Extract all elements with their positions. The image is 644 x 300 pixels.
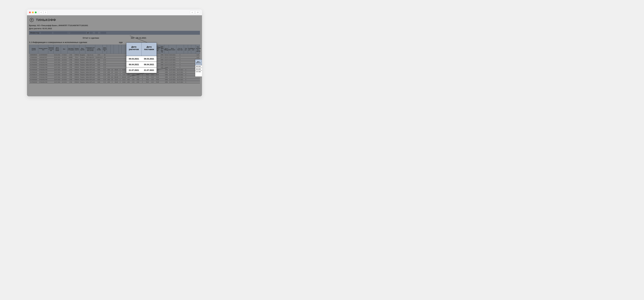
brand-name: ТИНЬКОФФ <box>36 18 56 22</box>
th: Торговая площадка <box>68 45 74 54</box>
table-header-row: Номер сделкиНомер поруче нияПризнак испо… <box>29 45 200 54</box>
zoom-header-2: Дата поставки <box>142 43 157 56</box>
th <box>107 45 110 54</box>
th: Тип дог. <box>184 45 188 54</box>
th: Номер поруче ния <box>38 45 48 54</box>
report-title: Отчет о сделках 021 - 29.12.2021 <box>29 37 200 39</box>
svg-rect-0 <box>197 12 198 13</box>
redacted <box>41 32 52 34</box>
table-row: 37955818662345430733706.04.202114:18:16М… <box>29 56 200 59</box>
th: Тип расчета по сделке <box>196 45 200 54</box>
table-row: 517354021027461961178019.07.202112:02:39… <box>29 59 200 61</box>
table-row: 517354015027461961178019.07.202112:02:39… <box>29 81 200 84</box>
svg-line-7 <box>33 21 33 22</box>
svg-line-9 <box>33 18 33 19</box>
document: ТИНЬКОФФ Брокер: АО «Тинькофф Банк», ИНН… <box>27 15 202 96</box>
table-row: 517354020027461961178019.07.202112:02:39… <box>29 79 200 81</box>
nav-buttons <box>39 11 48 14</box>
th: Конт раге нт / Бро кер <box>160 45 164 54</box>
back-button[interactable] <box>39 11 43 14</box>
redacted <box>90 32 93 34</box>
tabs-icon[interactable] <box>196 11 200 14</box>
zoom-source-highlight: Дата расчетов Дата поставки 09.03.202109… <box>195 59 202 77</box>
calc-date-line: Дата расчета: 02.01.2022 <box>29 28 200 30</box>
table-row: 517354024027461961178019.07.202112:02:39… <box>29 76 200 79</box>
svg-line-8 <box>30 21 30 22</box>
th: Номер сделки <box>29 45 38 54</box>
broker-line: Брокер: АО «Тинькофф Банк», ИНН/КПП 7710… <box>29 24 200 27</box>
browser-window: ТИНЬКОФФ Брокер: АО «Тинькофф Банк», ИНН… <box>27 10 202 96</box>
table-row: 517354025027461961178019.07.202112:02:39… <box>29 64 200 66</box>
redacted <box>53 32 68 34</box>
th: Режим торгов <box>74 45 79 54</box>
th: Вре <box>61 45 68 54</box>
table-row: 517354016027461961178019.07.202112:02:39… <box>29 69 200 71</box>
table-row: 359868806021450895686005.03.202117:33:54… <box>29 54 200 56</box>
investor-label: Инвестор: <box>30 32 40 34</box>
table-row: 517354019027461961178019.07.202112:02:39… <box>29 71 200 74</box>
table-row: 517354023027461961178019.07.202112:02:39… <box>29 61 200 64</box>
table-row: 517354022027461961178019.07.202112:02:39… <box>29 66 200 69</box>
redacted <box>70 32 86 34</box>
th: Дата дог. <box>191 45 196 54</box>
tinkoff-logo-icon <box>29 17 34 23</box>
brand: ТИНЬКОФФ <box>29 17 200 23</box>
th <box>119 45 121 54</box>
investor-bar: Инвестор: / от . . <box>29 31 200 35</box>
redacted <box>95 32 98 34</box>
table-body: 359868806021450895686005.03.202117:33:54… <box>29 54 200 84</box>
forward-button[interactable] <box>44 11 48 14</box>
traffic-lights <box>29 12 36 13</box>
titlebar <box>27 10 202 15</box>
redacted <box>100 32 106 34</box>
th <box>121 45 126 54</box>
th <box>114 45 119 54</box>
th: Код актива <box>95 45 102 54</box>
th: Номер дог. <box>188 45 191 54</box>
share-icon[interactable] <box>190 11 194 14</box>
th: Сокращен ное наименова ние актива <box>85 45 95 54</box>
trades-table: Номер сделкиНомер поруче нияПризнак испо… <box>29 45 200 84</box>
th: Дата заклю чения <box>54 45 61 54</box>
th: Дата поставки <box>168 45 176 54</box>
minimize-icon[interactable] <box>32 12 34 13</box>
th: Стат ус брок ера <box>176 45 184 54</box>
zoom-icon[interactable] <box>35 12 36 13</box>
zoom-header-1: Дата расчетов <box>126 43 142 56</box>
th <box>110 45 114 54</box>
svg-line-6 <box>30 18 30 19</box>
section-title: 1.1 Информация о совершенных и исполненн… <box>29 41 200 44</box>
th: Вид сделки <box>80 45 85 54</box>
th: Признак исполне ния <box>48 45 54 54</box>
close-icon[interactable] <box>29 12 31 13</box>
th: Цена едини цы <box>102 45 107 54</box>
th: Дата расчетов <box>164 45 168 54</box>
zoom-callout: Дата расчетов Дата поставки 09.03.202109… <box>126 43 157 73</box>
table-row: 517354017027461961178019.07.202112:02:39… <box>29 74 200 76</box>
